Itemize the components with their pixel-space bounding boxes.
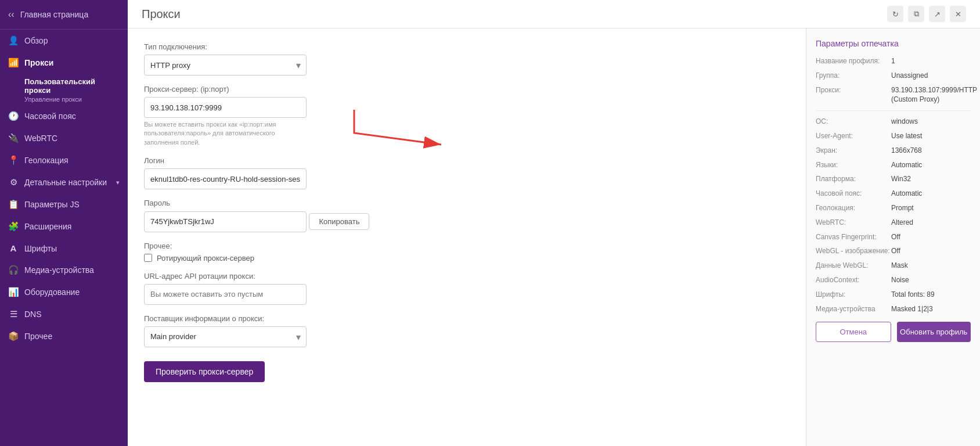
- sidebar-item-advanced[interactable]: ⚙ Детальные настройки ▾: [0, 171, 128, 193]
- header-copy-icon[interactable]: ⧉: [908, 6, 924, 22]
- panel-val-platform: Win32: [891, 174, 971, 184]
- provider-select[interactable]: Main provider Other provider: [144, 326, 307, 347]
- connection-type-group: Тип подключения: HTTP proxy SOCKS5 SOCKS…: [144, 42, 790, 75]
- sidebar-item-label: Прочее: [24, 332, 52, 341]
- sidebar-item-fonts[interactable]: A Шрифты: [0, 238, 128, 259]
- proxy-sub-main-label: Пользовательский прокси: [24, 76, 120, 96]
- panel-row-profile: Название профиля: 1: [816, 56, 971, 66]
- proxy-server-group: Прокси-сервер: (ip:порт) Вы можете встав…: [144, 85, 790, 147]
- panel-val-languages: Automatic: [891, 160, 971, 170]
- rotating-proxy-checkbox[interactable]: [144, 254, 152, 262]
- connection-type-label: Тип подключения:: [144, 42, 790, 51]
- login-label: Логин: [144, 156, 790, 165]
- sidebar-item-other[interactable]: 📦 Прочее: [0, 325, 128, 347]
- rotating-proxy-label: Ротирующий прокси-сервер: [157, 254, 254, 262]
- login-input[interactable]: [144, 168, 307, 189]
- proxy-icon: 📶: [8, 57, 19, 68]
- panel-key-canvas: Canvas Fingerprint:: [816, 232, 891, 242]
- header-export-icon[interactable]: ↗: [929, 6, 945, 22]
- sidebar-item-label: Обзор: [24, 36, 48, 45]
- panel-key-screen: Экран:: [816, 146, 891, 156]
- panel-val-timezone: Automatic: [891, 189, 971, 199]
- sidebar-item-media[interactable]: 🎧 Медиа-устройства: [0, 259, 128, 281]
- js-params-icon: 📋: [8, 199, 19, 210]
- api-url-input[interactable]: [144, 284, 307, 305]
- panel-row-timezone: Часовой пояс: Automatic: [816, 189, 971, 199]
- panel-key-webgl-data: Данные WebGL:: [816, 261, 891, 271]
- panel-key-group: Группа:: [816, 71, 891, 81]
- sidebar-item-webrtc[interactable]: 🔌 WebRTC: [0, 127, 128, 149]
- panel-key-profile: Название профиля:: [816, 56, 891, 66]
- media-icon: 🎧: [8, 265, 19, 275]
- back-icon: ‹‹: [8, 9, 15, 20]
- cancel-button[interactable]: Отмена: [816, 322, 891, 342]
- connection-type-select[interactable]: HTTP proxy SOCKS5 SOCKS4 No proxy: [144, 55, 307, 75]
- sidebar-item-geolocation[interactable]: 📍 Геолокация: [0, 149, 128, 171]
- panel-row-group: Группа: Unassigned: [816, 71, 971, 81]
- panel-key-fonts: Шрифты:: [816, 290, 891, 300]
- proxy-server-input[interactable]: [144, 97, 307, 118]
- panel-row-webgl-data: Данные WebGL: Mask: [816, 261, 971, 271]
- panel-val-useragent: Use latest: [891, 131, 971, 141]
- password-label: Пароль: [144, 199, 790, 207]
- sidebar-item-dns[interactable]: ☰ DNS: [0, 303, 128, 325]
- timezone-icon: 🕐: [8, 111, 19, 121]
- password-input[interactable]: [144, 211, 307, 232]
- panel-row-screen: Экран: 1366x768: [816, 146, 971, 156]
- panel-key-audio: AudioContext:: [816, 275, 891, 285]
- api-url-group: URL-адрес API ротации прокси:: [144, 272, 790, 305]
- copy-button[interactable]: Копировать: [309, 213, 369, 230]
- equipment-icon: 📊: [8, 287, 19, 297]
- api-url-label: URL-адрес API ротации прокси:: [144, 272, 790, 280]
- page-title: Прокси: [142, 8, 181, 21]
- sidebar-item-js-params[interactable]: 📋 Параметры JS: [0, 193, 128, 215]
- sidebar-item-label: WebRTC: [24, 134, 57, 143]
- main-area: Прокси ↻ ⧉ ↗ ✕: [128, 0, 980, 446]
- panel-val-proxy: 93.190.138.107:9999/HTTP (Custom Proxy): [891, 85, 977, 105]
- panel-key-media-devices: Медиа-устройства: [816, 304, 891, 314]
- sidebar-item-proxy[interactable]: 📶 Прокси: [0, 52, 128, 74]
- panel-row-webgl-img: WebGL - изображение: Off: [816, 246, 971, 256]
- sidebar-item-extensions[interactable]: 🧩 Расширения: [0, 215, 128, 238]
- sidebar-item-label: Геолокация: [24, 156, 69, 165]
- panel-key-languages: Языки:: [816, 160, 891, 170]
- panel-row-audio: AudioContext: Noise: [816, 275, 971, 285]
- right-panel: Параметры отпечатка Название профиля: 1 …: [806, 28, 980, 446]
- sidebar-item-overview[interactable]: 👤 Обзор: [0, 30, 128, 52]
- proxy-hint-text: Вы можете вставить прокси как «ip:порт:и…: [144, 120, 307, 147]
- page-header: Прокси ↻ ⧉ ↗ ✕: [128, 0, 980, 28]
- panel-val-group: Unassigned: [891, 71, 971, 81]
- overview-icon: 👤: [8, 35, 19, 46]
- panel-row-canvas: Canvas Fingerprint: Off: [816, 232, 971, 242]
- header-actions: ↻ ⧉ ↗ ✕: [887, 6, 966, 22]
- sidebar-back[interactable]: ‹‹ Главная страница: [0, 0, 128, 30]
- sidebar-item-timezone[interactable]: 🕐 Часовой пояс: [0, 105, 128, 127]
- panel-key-geolocation: Геолокация:: [816, 203, 891, 213]
- header-refresh-icon[interactable]: ↻: [887, 6, 903, 22]
- panel-actions: Отмена Обновить профиль: [816, 322, 971, 342]
- sidebar-sub-proxy[interactable]: Пользовательский прокси Управление прокс…: [0, 74, 128, 105]
- header-close-icon[interactable]: ✕: [950, 6, 966, 22]
- rotating-proxy-row: Ротирующий прокси-сервер: [144, 254, 790, 262]
- panel-key-useragent: User-Agent:: [816, 131, 891, 141]
- extensions-icon: 🧩: [8, 221, 19, 232]
- misc-group: Прочее: Ротирующий прокси-сервер: [144, 242, 790, 262]
- panel-row-useragent: User-Agent: Use latest: [816, 131, 971, 141]
- check-proxy-button[interactable]: Проверить прокси-сервер: [144, 361, 265, 382]
- panel-val-fonts: Total fonts: 89: [891, 290, 971, 300]
- provider-group: Поставщик информации о прокси: Main prov…: [144, 314, 790, 347]
- sidebar-item-equipment[interactable]: 📊 Оборудование: [0, 281, 128, 303]
- panel-row-platform: Платформа: Win32: [816, 174, 971, 184]
- advanced-arrow-icon: ▾: [116, 179, 120, 186]
- panel-val-canvas: Off: [891, 232, 971, 242]
- sidebar: ‹‹ Главная страница 👤 Обзор 📶 Прокси Пол…: [0, 0, 128, 446]
- update-profile-button[interactable]: Обновить профиль: [897, 322, 971, 342]
- panel-val-audio: Noise: [891, 275, 971, 285]
- panel-key-proxy: Прокси:: [816, 85, 891, 105]
- sidebar-item-label: Часовой пояс: [24, 112, 76, 121]
- panel-row-media-devices: Медиа-устройства Masked 1|2|3: [816, 304, 971, 314]
- panel-row-proxy: Прокси: 93.190.138.107:9999/HTTP (Custom…: [816, 85, 971, 105]
- sidebar-item-label: Расширения: [24, 222, 71, 231]
- panel-val-os: windows: [891, 117, 971, 127]
- panel-val-webgl-img: Off: [891, 246, 971, 256]
